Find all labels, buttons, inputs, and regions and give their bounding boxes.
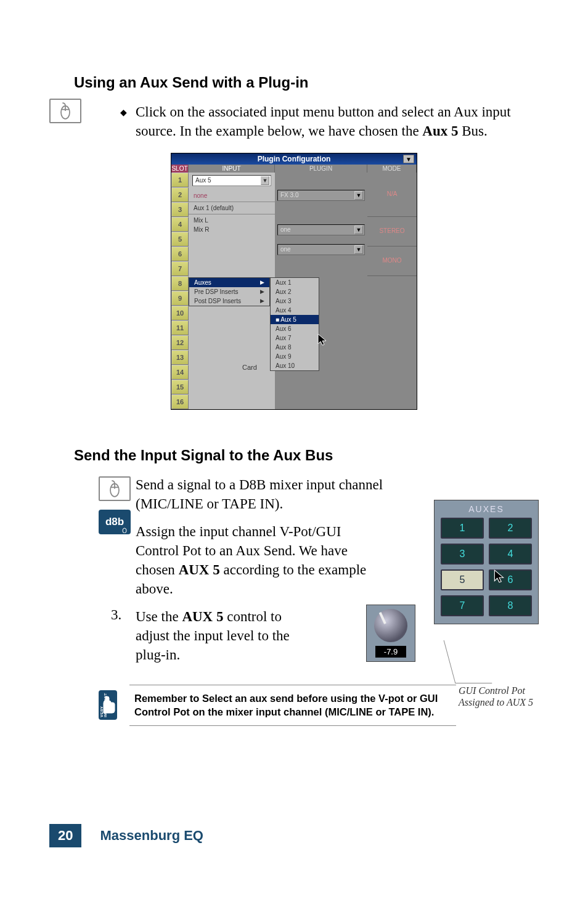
- callout-text: GUI Control Pot Assigned to AUX 5: [459, 685, 557, 708]
- mouse-icon: [99, 476, 131, 501]
- chevron-down-icon[interactable]: ▼: [354, 191, 363, 200]
- slot-cell[interactable]: 3: [171, 202, 189, 217]
- slot-cell[interactable]: 2: [171, 187, 189, 202]
- bullet-bold: Aux 5: [422, 123, 458, 139]
- step-text: Assign the input channel V-Pot/GUI Contr…: [136, 522, 370, 598]
- d8b-icon: d8b: [99, 510, 131, 534]
- submenu-arrow-icon: ▶: [260, 279, 264, 285]
- submenu-aux-selected[interactable]: ■ Aux 5: [271, 315, 319, 324]
- submenu-arrow-icon: ▶: [260, 298, 264, 304]
- aux-button-7[interactable]: 7: [441, 595, 484, 616]
- aux-submenu: Aux 1 Aux 2 Aux 3 Aux 4 ■ Aux 5 Aux 6 Au…: [270, 277, 319, 371]
- menu-item-default[interactable]: Aux 1 (default): [189, 203, 275, 213]
- aux-button-1[interactable]: 1: [441, 518, 484, 539]
- plugin-dropdown[interactable]: FX 3.0▼: [277, 190, 365, 201]
- submenu-aux[interactable]: Aux 3: [271, 296, 319, 306]
- submenu-aux[interactable]: Aux 2: [271, 287, 319, 296]
- aux-button-2[interactable]: 2: [489, 518, 532, 539]
- submenu-aux[interactable]: Aux 8: [271, 343, 319, 352]
- step-3: 3. Use the AUX 5 control to adjust the i…: [111, 607, 308, 664]
- step-text: Use the AUX 5 control to adjust the inpu…: [136, 607, 308, 664]
- important-hand-icon: VERY IMPORTANT: [99, 690, 117, 720]
- submenu-aux[interactable]: Aux 1: [271, 278, 319, 287]
- slot-cell[interactable]: 1: [171, 173, 189, 187]
- auxes-title: AUXES: [441, 504, 532, 514]
- header-mode: MODE: [367, 165, 417, 173]
- mode-cell: N/A: [367, 173, 417, 217]
- control-pot-knob[interactable]: [374, 609, 407, 642]
- section1-heading: Using an Aux Send with a Plug-in: [74, 74, 539, 91]
- header-plugin: PLUGIN: [275, 165, 367, 173]
- slot-cell[interactable]: 6: [171, 247, 189, 261]
- plugin-dropdown[interactable]: one▼: [277, 244, 365, 255]
- aux-button-4[interactable]: 4: [489, 544, 532, 565]
- aux-button-8[interactable]: 8: [489, 595, 532, 616]
- slot-cell[interactable]: 8: [171, 276, 189, 291]
- input-dropdown[interactable]: Aux 5 ▼: [192, 175, 271, 186]
- slot-cell[interactable]: 10: [171, 306, 189, 320]
- menu-item-mixr[interactable]: Mix R: [189, 225, 275, 234]
- plugin-dropdown[interactable]: one▼: [277, 224, 365, 235]
- step-2: 2. Assign the input channel V-Pot/GUI Co…: [111, 522, 370, 598]
- menu-item-none[interactable]: none: [189, 191, 275, 200]
- submenu-arrow-icon: ▶: [260, 288, 264, 295]
- control-pot-figure: -7.9: [366, 605, 415, 662]
- step-text: Send a signal to a D8B mixer input chann…: [136, 475, 407, 513]
- slot-cell[interactable]: 11: [171, 320, 189, 335]
- callout-line: [444, 640, 492, 683]
- chevron-down-icon[interactable]: ▼: [354, 226, 363, 234]
- submenu-aux[interactable]: Aux 6: [271, 324, 319, 333]
- plugin-config-headers: SLOT INPUT PLUGIN MODE: [171, 165, 417, 173]
- slot-cell[interactable]: 15: [171, 380, 189, 394]
- bullet-post: Bus.: [459, 123, 488, 139]
- menu-item-auxes[interactable]: Auxes▶: [189, 278, 269, 287]
- footer-title: Massenburg EQ: [100, 828, 203, 844]
- submenu-aux[interactable]: Aux 4: [271, 306, 319, 315]
- svg-point-6: [123, 528, 126, 533]
- plugin-config-titlebar: Plugin Configuration ▼: [171, 153, 417, 165]
- menu-item-pre-dsp[interactable]: Pre DSP Inserts▶: [189, 287, 269, 296]
- remember-note: Remember to Select an aux send before us…: [129, 685, 456, 726]
- section1-body: ◆ Click on the associated input menu but…: [111, 102, 539, 141]
- mouse-icon: [49, 99, 81, 123]
- plugin-configuration-figure: Plugin Configuration ▼ SLOT INPUT PLUGIN…: [171, 153, 417, 410]
- slot-cell[interactable]: 12: [171, 335, 189, 350]
- chevron-down-icon[interactable]: ▼: [261, 176, 269, 185]
- cursor-icon: [493, 569, 505, 587]
- aux-button-3[interactable]: 3: [441, 544, 484, 565]
- card-label: Card: [242, 364, 257, 371]
- control-pot-value: -7.9: [375, 646, 406, 658]
- slot-cell[interactable]: 7: [171, 261, 189, 276]
- slot-cell[interactable]: 4: [171, 217, 189, 232]
- auxes-panel: AUXES 1 2 3 4 5 6 7 8: [434, 500, 539, 624]
- submenu-aux[interactable]: Aux 9: [271, 352, 319, 361]
- slot-cell[interactable]: 5: [171, 232, 189, 247]
- submenu-aux[interactable]: Aux 7: [271, 333, 319, 343]
- input-context-menu: Auxes▶ Pre DSP Inserts▶ Post DSP Inserts…: [189, 277, 270, 306]
- header-input: INPUT: [189, 165, 275, 173]
- slot-cell[interactable]: 16: [171, 394, 189, 409]
- step-num: 3.: [111, 607, 136, 664]
- header-slot: SLOT: [171, 165, 189, 173]
- bullet-mark: ◆: [111, 102, 136, 141]
- slot-column: 1 2 3 4 5 6 7 8 9 10 11 12 13 14 15 16: [171, 173, 189, 409]
- page-number: 20: [49, 824, 81, 847]
- collapse-arrow-icon[interactable]: ▼: [403, 155, 414, 163]
- submenu-aux[interactable]: Aux 10: [271, 361, 319, 370]
- mode-cell: STEREO: [367, 217, 417, 247]
- page-footer: 20 Massenburg EQ: [49, 824, 203, 847]
- section2-heading: Send the Input Signal to the Aux Bus: [74, 447, 539, 464]
- aux-button-5[interactable]: 5: [441, 569, 484, 590]
- cursor-icon: [317, 333, 328, 349]
- mode-column: N/A STEREO MONO: [367, 173, 417, 409]
- menu-item-mixl[interactable]: Mix L: [189, 216, 275, 225]
- chevron-down-icon[interactable]: ▼: [354, 245, 363, 254]
- step-1: 1. Send a signal to a D8B mixer input ch…: [111, 475, 407, 513]
- slot-cell[interactable]: 14: [171, 365, 189, 380]
- slot-cell[interactable]: 13: [171, 350, 189, 365]
- mode-cell: MONO: [367, 247, 417, 276]
- slot-cell[interactable]: 9: [171, 291, 189, 306]
- menu-item-post-dsp[interactable]: Post DSP Inserts▶: [189, 296, 269, 306]
